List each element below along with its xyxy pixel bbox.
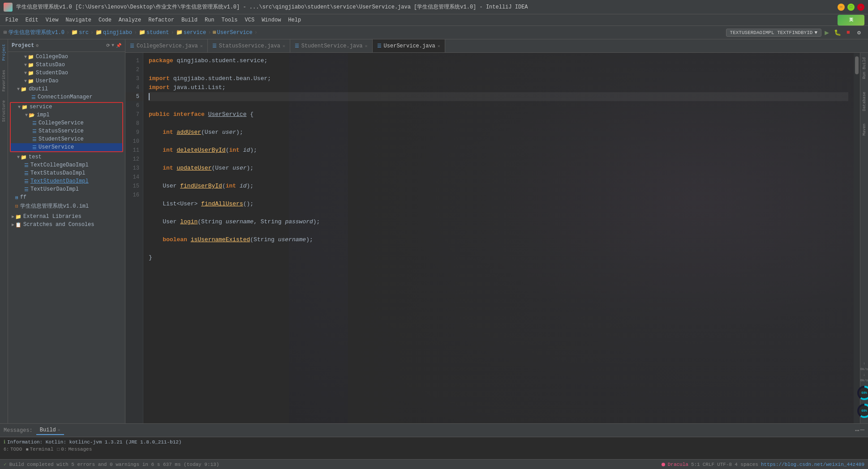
tree-item-textcollegedaoimpl[interactable]: ☰ TextCollegeDaoImpl (8, 161, 125, 169)
nav-qingjiabo[interactable]: qingjiabo (103, 30, 132, 36)
tree-item-statussservice[interactable]: ☰ StatusSservice (11, 127, 122, 135)
messages-label: Messages: (4, 427, 33, 434)
todo-tab-label: TODO (10, 447, 22, 452)
tab-userservice[interactable]: ☰ UserService.java ✕ (373, 39, 445, 52)
color-scheme-label: Dracula (668, 462, 688, 467)
project-collapse-icon[interactable]: ▼ (112, 43, 114, 48)
tab-label-userservice: UserService.java (384, 43, 435, 49)
tab-close-userservice[interactable]: ✕ (438, 43, 440, 49)
tree-label-ff: ff (20, 194, 26, 200)
tab-build[interactable]: Build ✕ (36, 426, 64, 435)
tab-close-statussservice[interactable]: ✕ (283, 43, 285, 49)
nav-project[interactable]: 学生信息管理系统v1.0 (9, 29, 64, 36)
maven-panel-tab[interactable]: Maven (862, 121, 867, 138)
tree-item-userservice[interactable]: ☰ UserService (11, 143, 122, 151)
status-indentation[interactable]: 4 spaces (735, 462, 758, 467)
menu-vcs[interactable]: VCS (241, 16, 258, 24)
download-speed-value: 0k/s (860, 379, 868, 382)
nav-project-icon[interactable]: ⊞ (4, 29, 7, 36)
nav-src[interactable]: src (79, 30, 89, 36)
tree-item-studentdao[interactable]: ▼ 📁 StudentDao (8, 69, 125, 77)
debug-button[interactable]: 🐛 (832, 27, 843, 38)
status-position[interactable]: 5:1 (691, 462, 700, 467)
stop-button[interactable]: ■ (843, 27, 854, 38)
tab-close-collegeservice[interactable]: ✕ (200, 43, 203, 49)
favorites-tab[interactable]: Favorites (1, 67, 7, 94)
code-line-1: package qingjiabo.student.service; (149, 56, 848, 65)
status-line-ending[interactable]: CRLF (703, 462, 714, 467)
tree-item-textstatusdaoimpl[interactable]: ☰ TextStatusDaoImpl (8, 169, 125, 177)
run-config-dropdown[interactable]: TEXTUSERDAOIMPL TEXTFINDBYID ▼ (726, 29, 821, 37)
nav-sep-3: › (134, 30, 137, 36)
run-button[interactable]: ▶ (821, 27, 832, 38)
menu-window[interactable]: Window (258, 16, 284, 24)
menu-tools[interactable]: Tools (218, 16, 241, 24)
tree-item-scratches[interactable]: ▶ 📋 Scratches and Consoles (8, 221, 125, 229)
structure-tab[interactable]: Structure (1, 98, 7, 125)
nav-userservice[interactable]: UserService (217, 30, 253, 36)
bottom-more-icon[interactable]: ⋯ (855, 426, 859, 435)
minimize-button[interactable]: — (838, 4, 845, 11)
tab-close-studentservice[interactable]: ✕ (365, 43, 368, 49)
tab-statussservice[interactable]: ☰ StatusSservice.java ✕ (208, 39, 290, 52)
project-tab[interactable]: Project (1, 41, 7, 64)
tab-label-studentservice: StudentService.java (301, 43, 363, 49)
bottom-minimize-icon[interactable]: — (860, 426, 864, 435)
menu-build[interactable]: Build (178, 16, 201, 24)
messages-tab-label: Messages (68, 447, 92, 452)
menu-navigate[interactable]: Navigate (62, 16, 95, 24)
code-line-21: boolean isUsernameExisted(String usernam… (149, 235, 848, 244)
tree-item-impl[interactable]: ▼ 📂 impl (11, 111, 122, 119)
tree-item-test[interactable]: ▼ 📁 test (8, 153, 125, 161)
tree-item-iml[interactable]: ⊡ 学生信息管理系统v1.0.iml (8, 201, 125, 211)
tree-item-dbutil[interactable]: ▼ 📁 dbutil (8, 85, 125, 93)
collapse-icon: ▼ (24, 71, 27, 76)
todo-tab[interactable]: 6: TODO (4, 447, 22, 452)
build-message-text: Information: Kotlin: kotlinc-jvm 1.3.21 … (7, 439, 181, 445)
tree-item-studentservice[interactable]: ☰ StudentService (11, 135, 122, 143)
code-content[interactable]: package qingjiabo.student.service; impor… (143, 53, 854, 423)
menu-help[interactable]: Help (284, 16, 305, 24)
messages-tab[interactable]: □ 0: Messages (57, 447, 92, 452)
tree-item-ff[interactable]: ⊞ ff (8, 193, 125, 201)
code-line-13: int updateUser(User user); (149, 164, 848, 173)
build-tab-close[interactable]: ✕ (58, 427, 60, 433)
project-pin-icon[interactable]: 📌 (116, 43, 121, 48)
project-sync-icon[interactable]: ⟳ (106, 43, 110, 48)
tree-item-statusdao[interactable]: ▼ 📁 StatusDao (8, 61, 125, 69)
cursor (149, 93, 150, 100)
menu-refactor[interactable]: Refactor (145, 16, 178, 24)
terminal-tab[interactable]: ■ Terminal (26, 447, 53, 452)
tree-item-collegedao[interactable]: ▼ 📁 CollegeDao (8, 53, 125, 61)
nav-student[interactable]: student (146, 30, 169, 36)
tree-item-textuserdaoimpl[interactable]: ☰ TextUserDaoImpl (8, 185, 125, 193)
menu-analyze[interactable]: Analyze (115, 16, 145, 24)
tree-item-textstudentdaoimpl[interactable]: ☰ TextStudentDaoImpl (8, 177, 125, 185)
intellij-logo: 英 (838, 15, 864, 26)
tree-label-textstatusdaoimpl: TextStatusDaoImpl (30, 170, 85, 176)
close-button[interactable]: ✕ (857, 4, 864, 11)
menu-run[interactable]: Run (201, 16, 218, 24)
settings-button[interactable]: ⚙ (854, 27, 864, 38)
menu-code[interactable]: Code (95, 16, 115, 24)
run-build-panel-tab[interactable]: Run Build (862, 55, 867, 82)
tree-item-external-libs[interactable]: ▶ 📁 External Libraries (8, 213, 125, 221)
blog-link[interactable]: https://blog.csdn.net/weixin_44z489 (761, 462, 864, 467)
scrollbar-thumb[interactable] (855, 56, 859, 74)
project-gear-icon[interactable]: ⚙ (36, 43, 39, 48)
tree-item-userdao[interactable]: ▼ 📁 UserDao (8, 77, 125, 85)
tab-collegeservice[interactable]: ☰ CollegeService.java ✕ (125, 39, 208, 52)
menu-view[interactable]: View (42, 16, 62, 24)
nav-service[interactable]: service (184, 30, 206, 36)
status-encoding[interactable]: UTF-8 (717, 462, 732, 467)
tree-item-connectionmanager[interactable]: ☰ ConnectionManager (8, 93, 125, 101)
tree-item-collegeservice[interactable]: ☰ CollegeService (11, 119, 122, 127)
maximize-button[interactable]: □ (847, 4, 855, 11)
database-panel-tab[interactable]: Database (862, 89, 867, 114)
tab-studentservice[interactable]: ☰ StudentService.java ✕ (290, 39, 373, 52)
tree-label-collegeservice: CollegeService (39, 120, 84, 126)
menu-file[interactable]: File (2, 16, 22, 24)
tree-item-service[interactable]: ▼ 📁 service (11, 103, 122, 111)
menu-edit[interactable]: Edit (22, 16, 42, 24)
nav-bar: ⊞ 学生信息管理系统v1.0 › 📁 src › 📁 qingjiabo › 📁… (0, 26, 868, 39)
